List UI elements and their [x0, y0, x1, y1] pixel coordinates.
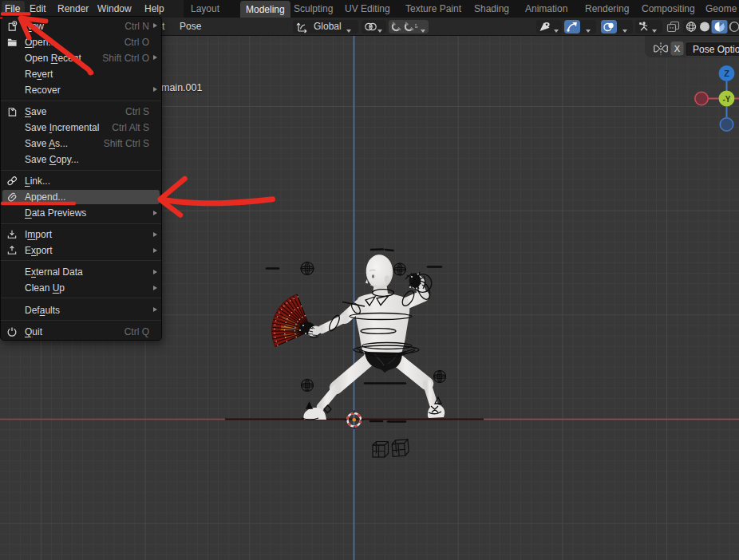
svg-text:Z: Z [724, 69, 729, 78]
svg-text:-Y: -Y [723, 95, 731, 104]
svg-text:X: X [674, 44, 681, 53]
